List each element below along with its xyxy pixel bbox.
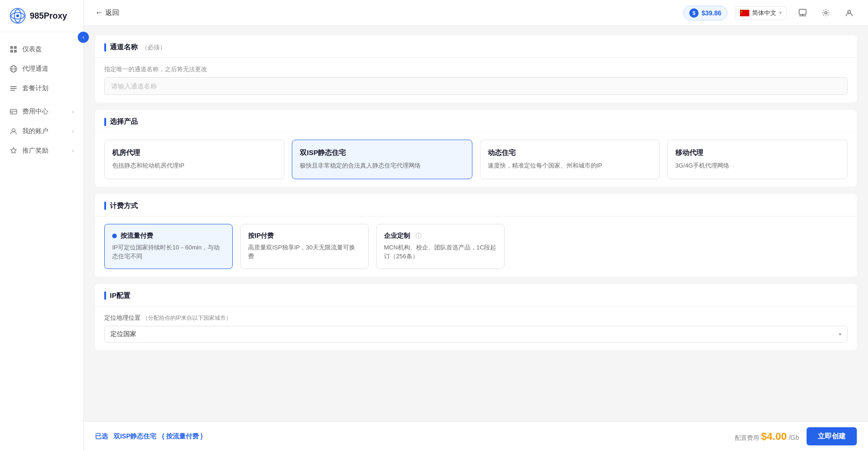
- product-section-header: 选择产品: [95, 110, 857, 132]
- sidebar-collapse-btn[interactable]: ‹: [78, 32, 89, 43]
- sidebar-item-label: 我的账户: [22, 127, 48, 135]
- page-body: 通道名称 （必须） 指定唯一的通道名称，之后将无法更改 选择产品 机房代理 包括…: [84, 26, 868, 451]
- sidebar-item-account[interactable]: 我的账户 ›: [0, 121, 83, 141]
- svg-rect-7: [14, 50, 17, 53]
- ip-config-label: 定位地理位置 （分配给你的IP来自以下国家城市）: [104, 314, 848, 322]
- lang-chevron-icon: ▾: [779, 10, 782, 16]
- logo-icon: [9, 7, 26, 24]
- balance-badge[interactable]: $ $39.86: [683, 6, 727, 20]
- footer-price: $4.00: [761, 431, 787, 443]
- sidebar-item-label: 费用中心: [22, 108, 48, 116]
- lang-label: 简体中文: [752, 9, 776, 17]
- sidebar-item-rewards[interactable]: 推广奖励 ›: [0, 141, 83, 161]
- back-button[interactable]: ← 返回: [95, 8, 119, 18]
- billing-icon: [9, 108, 18, 116]
- ip-config-header: IP配置: [95, 284, 857, 306]
- svg-rect-12: [10, 88, 17, 89]
- proxy-icon: [9, 65, 18, 73]
- ip-config-section: IP配置 定位地理位置 （分配给你的IP来自以下国家城市） 定位国家 ▾: [95, 284, 857, 350]
- svg-rect-24: [799, 9, 806, 14]
- channel-name-input[interactable]: [104, 77, 848, 95]
- section-bar: [104, 291, 106, 300]
- ip-config-hint: （分配给你的IP来自以下国家城市）: [142, 315, 231, 321]
- billing-card-header: 企业定制 ⓘ: [384, 232, 497, 240]
- footer-price-unit: /Gb: [788, 434, 799, 441]
- sidebar-nav: 仪表盘 代理通道 套餐计划 费用中心 ›: [0, 32, 83, 451]
- svg-point-3: [16, 14, 19, 17]
- create-channel-button[interactable]: 立即创建: [807, 427, 857, 445]
- chevron-down-icon: ▾: [839, 331, 841, 337]
- channel-name-body: 指定唯一的通道名称，之后将无法更改: [95, 58, 857, 102]
- product-card-title: 双ISP静态住宅: [300, 148, 464, 157]
- billing-active-dot: [112, 234, 117, 238]
- svg-rect-11: [10, 86, 17, 87]
- channel-name-section: 通道名称 （必须） 指定唯一的通道名称，之后将无法更改: [95, 35, 857, 102]
- ip-config-body: 定位地理位置 （分配给你的IP来自以下国家城市） 定位国家 ▾: [95, 306, 857, 350]
- balance-amount: $39.86: [701, 9, 721, 17]
- account-icon: [9, 127, 18, 135]
- rewards-icon: [9, 147, 18, 155]
- billing-title: 企业定制: [384, 232, 410, 240]
- info-icon: ⓘ: [416, 232, 422, 240]
- product-card-desc: 3G/4G手机代理网络: [675, 161, 840, 170]
- billing-card-enterprise[interactable]: 企业定制 ⓘ MCN机构、校企、团队首选产品，1C段起订（256条）: [376, 224, 505, 269]
- back-arrow-icon: ←: [95, 8, 103, 18]
- settings-icon-button[interactable]: [818, 5, 834, 21]
- chevron-right-icon: ›: [72, 148, 74, 154]
- sidebar-item-label: 代理通道: [22, 65, 48, 73]
- billing-desc: IP可定位国家持续时长10－60min，与动态住宅不同: [112, 243, 225, 261]
- logo-text: 985Proxy: [30, 11, 67, 21]
- window-icon-button[interactable]: [794, 5, 810, 21]
- product-card-dual-isp[interactable]: 双ISP静态住宅 极快且非常稳定的合法真人静态住宅代理网络: [292, 140, 472, 179]
- channel-name-header: 通道名称 （必须）: [95, 35, 857, 58]
- chevron-right-icon: ›: [72, 108, 74, 115]
- product-card-datacenter[interactable]: 机房代理 包括静态和轮动机房代理IP: [104, 140, 284, 179]
- sidebar-item-plans[interactable]: 套餐计划: [0, 79, 83, 98]
- balance-icon: $: [689, 8, 699, 18]
- billing-section: 计费方式 按流量付费 IP可定位国家持续时长10－60min，与动态住宅不同 按…: [95, 194, 857, 276]
- main-content: ← 返回 $ $39.86 ★ 简体中文 ▾: [84, 0, 868, 451]
- billing-card-header: 按IP付费: [248, 232, 361, 240]
- language-selector[interactable]: ★ 简体中文 ▾: [735, 6, 787, 20]
- section-bar: [104, 43, 106, 52]
- ip-config-title: IP配置: [110, 291, 130, 300]
- section-bar: [104, 118, 106, 126]
- product-card-title: 移动代理: [675, 148, 840, 157]
- header: ← 返回 $ $39.86 ★ 简体中文 ▾: [84, 0, 868, 26]
- billing-section-title: 计费方式: [110, 202, 138, 210]
- svg-rect-21: [740, 14, 749, 16]
- product-card-title: 机房代理: [112, 148, 276, 157]
- footer-selected-billing-paren-open: (: [162, 432, 164, 440]
- svg-rect-5: [14, 46, 17, 49]
- sidebar-item-label: 仪表盘: [22, 45, 42, 54]
- footer-selected-info: 已选 双ISP静态住宅 ( 按流量付费 ): [95, 432, 202, 441]
- chevron-right-icon: ›: [72, 128, 74, 135]
- sidebar-item-proxy-channel[interactable]: 代理通道: [0, 59, 83, 79]
- footer-selected-billing: 按流量付费: [166, 432, 199, 440]
- billing-card-per-ip[interactable]: 按IP付费 高质量双ISP独享IP，30天无限流量可换费: [240, 224, 369, 269]
- billing-card-traffic[interactable]: 按流量付费 IP可定位国家持续时长10－60min，与动态住宅不同: [104, 224, 233, 269]
- svg-rect-13: [10, 90, 15, 91]
- footer-price-section: 配置费用 $4.00 /Gb: [735, 431, 799, 443]
- footer-bar: 已选 双ISP静态住宅 ( 按流量付费 ) 配置费用 $4.00 /Gb 立即创…: [84, 421, 868, 451]
- product-card-desc: 速度快，精准定位每个国家、州和城市的IP: [488, 161, 652, 170]
- logo-area: 985Proxy: [0, 0, 83, 32]
- location-select[interactable]: 定位国家 ▾: [104, 326, 848, 343]
- product-card-mobile[interactable]: 移动代理 3G/4G手机代理网络: [667, 140, 848, 179]
- svg-point-28: [848, 11, 850, 13]
- product-card-dynamic-residential[interactable]: 动态住宅 速度快，精准定位每个国家、州和城市的IP: [480, 140, 660, 179]
- back-label: 返回: [105, 8, 119, 17]
- billing-card-header: 按流量付费: [112, 232, 225, 240]
- plans-icon: [9, 84, 18, 93]
- billing-desc: MCN机构、校企、团队首选产品，1C段起订（256条）: [384, 243, 497, 261]
- svg-rect-14: [10, 109, 17, 114]
- billing-title: 按流量付费: [121, 232, 153, 240]
- sidebar-item-label: 推广奖励: [22, 147, 48, 155]
- sidebar: 985Proxy ‹ 仪表盘 代理通道 套餐计划: [0, 0, 84, 451]
- user-profile-icon-button[interactable]: [841, 5, 857, 21]
- section-bar: [104, 202, 106, 210]
- sidebar-item-billing[interactable]: 费用中心 ›: [0, 102, 83, 121]
- sidebar-item-dashboard[interactable]: 仪表盘: [0, 40, 83, 59]
- header-right: $ $39.86 ★ 简体中文 ▾: [683, 5, 857, 21]
- location-select-value: 定位国家: [110, 330, 136, 338]
